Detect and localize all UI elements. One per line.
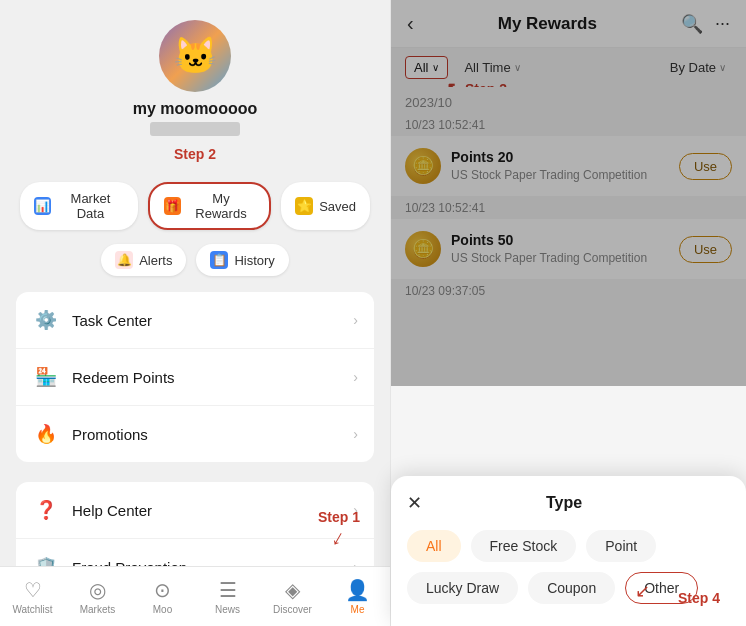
- redeem-points-item[interactable]: 🏪 Redeem Points ›: [16, 349, 374, 406]
- redeem-points-chevron: ›: [353, 369, 358, 385]
- modal-title: Type: [546, 494, 582, 512]
- nav-me[interactable]: 👤 Me: [325, 578, 390, 615]
- nav-watchlist[interactable]: ♡ Watchlist: [0, 578, 65, 615]
- nav-discover[interactable]: ◈ Discover: [260, 578, 325, 615]
- alerts-label: Alerts: [139, 253, 172, 268]
- quick-actions-row1: 📊 Market Data 🎁 My Rewards ⭐ Saved: [0, 174, 390, 238]
- type-modal: ✕ Type All Free Stock Point Lucky Draw C…: [391, 476, 746, 626]
- history-label: History: [234, 253, 274, 268]
- task-center-item[interactable]: ⚙️ Task Center ›: [16, 292, 374, 349]
- task-center-chevron: ›: [353, 312, 358, 328]
- right-panel: ‹ My Rewards 🔍 ··· All ∨ All Time ∨ By D…: [390, 0, 746, 626]
- step2-label: Step 2: [174, 146, 216, 162]
- help-center-item[interactable]: ❓ Help Center ›: [16, 482, 374, 539]
- profile-id: [150, 122, 240, 136]
- step4-label: Step 4: [678, 590, 720, 606]
- promotions-icon: 🔥: [32, 420, 60, 448]
- step4-arrow: ↙: [635, 580, 650, 602]
- chip-lucky-draw[interactable]: Lucky Draw: [407, 572, 518, 604]
- nav-markets[interactable]: ◎ Markets: [65, 578, 130, 615]
- me-icon: 👤: [345, 578, 370, 602]
- avatar: 🐱: [159, 20, 231, 92]
- history-button[interactable]: 📋 History: [196, 244, 288, 276]
- chip-all[interactable]: All: [407, 530, 461, 562]
- discover-label: Discover: [273, 604, 312, 615]
- news-label: News: [215, 604, 240, 615]
- discover-icon: ◈: [285, 578, 300, 602]
- news-icon: ☰: [219, 578, 237, 602]
- history-icon: 📋: [210, 251, 228, 269]
- markets-label: Markets: [80, 604, 116, 615]
- help-center-chevron: ›: [353, 502, 358, 518]
- modal-header: ✕ Type: [407, 492, 730, 514]
- modal-close-button[interactable]: ✕: [407, 492, 422, 514]
- my-rewards-label: My Rewards: [187, 191, 255, 221]
- watchlist-icon: ♡: [24, 578, 42, 602]
- task-center-icon: ⚙️: [32, 306, 60, 334]
- market-data-button[interactable]: 📊 Market Data: [20, 182, 138, 230]
- left-panel: 🐱 my moomooooo Step 2 📊 Market Data 🎁 My…: [0, 0, 390, 626]
- promotions-label: Promotions: [72, 426, 353, 443]
- my-rewards-button[interactable]: 🎁 My Rewards: [148, 182, 271, 230]
- alerts-button[interactable]: 🔔 Alerts: [101, 244, 186, 276]
- promotions-item[interactable]: 🔥 Promotions ›: [16, 406, 374, 462]
- chip-free-stock[interactable]: Free Stock: [471, 530, 577, 562]
- step2-annotation: Step 2: [174, 146, 216, 162]
- nav-moo[interactable]: ⊙ Moo: [130, 578, 195, 615]
- moo-icon: ⊙: [154, 578, 171, 602]
- markets-icon: ◎: [89, 578, 106, 602]
- saved-icon: ⭐: [295, 197, 313, 215]
- chip-point[interactable]: Point: [586, 530, 656, 562]
- profile-name: my moomooooo: [133, 100, 257, 118]
- redeem-points-label: Redeem Points: [72, 369, 353, 386]
- bottom-nav: ♡ Watchlist ◎ Markets ⊙ Moo ☰ News ◈ Dis…: [0, 566, 390, 626]
- help-center-label: Help Center: [72, 502, 353, 519]
- chip-coupon[interactable]: Coupon: [528, 572, 615, 604]
- profile-section: 🐱 my moomooooo Step 2: [0, 0, 390, 174]
- watchlist-label: Watchlist: [12, 604, 52, 615]
- quick-actions-row2: 🔔 Alerts 📋 History: [0, 238, 390, 282]
- moo-label: Moo: [153, 604, 172, 615]
- help-center-icon: ❓: [32, 496, 60, 524]
- redeem-points-icon: 🏪: [32, 363, 60, 391]
- task-center-label: Task Center: [72, 312, 353, 329]
- promotions-chevron: ›: [353, 426, 358, 442]
- rewards-icon: 🎁: [164, 197, 181, 215]
- dark-overlay: [391, 0, 746, 386]
- alerts-icon: 🔔: [115, 251, 133, 269]
- menu-section-1: ⚙️ Task Center › 🏪 Redeem Points › 🔥 Pro…: [16, 292, 374, 462]
- me-label: Me: [351, 604, 365, 615]
- market-data-label: Market Data: [57, 191, 124, 221]
- nav-news[interactable]: ☰ News: [195, 578, 260, 615]
- market-data-icon: 📊: [34, 197, 51, 215]
- saved-label: Saved: [319, 199, 356, 214]
- saved-button[interactable]: ⭐ Saved: [281, 182, 370, 230]
